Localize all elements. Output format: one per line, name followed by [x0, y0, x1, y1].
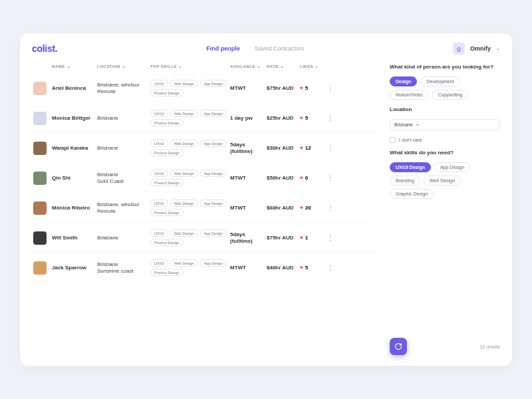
refresh-button[interactable]	[390, 338, 407, 355]
more-icon[interactable]: ⋮	[327, 144, 334, 152]
rate: $40hr AUD	[267, 265, 300, 271]
org-switcher[interactable]: () Omnify ⌄	[453, 43, 500, 55]
avatar	[33, 231, 47, 245]
more-icon[interactable]: ⋮	[327, 234, 334, 241]
more-icon[interactable]: ⋮	[327, 84, 334, 92]
close-icon[interactable]: ×	[416, 122, 419, 127]
availability: 1 day pw	[230, 115, 267, 122]
availability: 5days(fulltime)	[230, 142, 267, 154]
skill-tag: Web Design	[170, 229, 198, 237]
results-count: 12 results	[480, 344, 500, 349]
location-tag: Brisbane	[394, 122, 413, 127]
heart-icon: ♥	[300, 145, 303, 151]
skill-pills: UX/UI DesignApp DesignBrandingWeb Design…	[390, 162, 500, 199]
person-name: Jack Sparrow	[52, 265, 97, 271]
tab-saved-contractors[interactable]: Saved Contractors	[255, 45, 305, 52]
col-skills[interactable]: TOP SKILLS⌄	[150, 64, 230, 69]
skill-tag: Web Design	[170, 259, 198, 267]
skill-pill-web-design[interactable]: Web Design	[424, 176, 461, 186]
skill-tag: App Design	[200, 200, 227, 207]
heart-icon: ♥	[300, 205, 303, 211]
skill-tags: UX/UIWeb DesignApp DesignProduct Design	[150, 229, 230, 246]
more-icon[interactable]: ⋮	[327, 174, 334, 182]
skill-pill-ux-ui-design[interactable]: UX/UI Design	[390, 162, 431, 172]
likes: ♥5	[300, 85, 327, 91]
refresh-icon	[394, 342, 402, 350]
person-location: Brisbane, windsorRemote	[97, 201, 150, 215]
person-location: Brisbane	[97, 145, 150, 152]
table-row[interactable]: Ariel BenincaBrisbane, windsorRemoteUX/U…	[28, 74, 378, 102]
location-input[interactable]: Brisbane ×	[390, 119, 500, 130]
skill-tag: App Design	[200, 170, 227, 177]
person-name: Qin Shi	[52, 175, 97, 181]
kind-pill-development[interactable]: Development	[420, 76, 460, 86]
skill-tags: UX/UIWeb DesignApp DesignProduct Design	[150, 200, 230, 216]
topbar: colist. Find people Saved Contractors ()…	[20, 33, 512, 61]
table-row[interactable]: Qin ShiBrisbaneGold CoastUX/UIWeb Design…	[28, 164, 378, 192]
skill-tag: UX/UI	[150, 140, 168, 147]
skill-tag: UX/UI	[150, 170, 168, 177]
kind-pills: DesignDevelopmentMotion/VideoCopywriting	[390, 76, 500, 100]
checkbox-icon	[390, 137, 396, 143]
skill-tag: Product Design	[150, 269, 184, 276]
rate: $50hr AUD	[267, 175, 300, 181]
skill-pill-graphic-design[interactable]: Graphic Design	[390, 189, 434, 199]
org-avatar: ()	[453, 43, 465, 55]
skill-pill-app-design[interactable]: App Design	[434, 162, 470, 172]
likes: ♥5	[300, 265, 327, 271]
skill-tag: UX/UI	[150, 229, 168, 237]
avatar	[33, 201, 47, 215]
kind-pill-motion-video[interactable]: Motion/Video	[390, 90, 429, 100]
table-row[interactable]: Mónica RibeiroBrisbane, windsorRemoteUX/…	[28, 194, 378, 221]
more-icon[interactable]: ⋮	[327, 264, 334, 271]
person-location: BrisbaneGold Coast	[97, 172, 150, 185]
skill-tag: Product Design	[150, 89, 184, 96]
skill-tags: UX/UIWeb DesignApp DesignProduct Design	[150, 80, 230, 96]
more-icon[interactable]: ⋮	[327, 114, 334, 122]
org-name: Omnify	[470, 45, 491, 52]
table-row[interactable]: Will SmithBriabaneUX/UIWeb DesignApp Des…	[28, 224, 378, 251]
skill-tag: Web Design	[170, 170, 198, 177]
skill-tags: UX/UIWeb DesignApp DesignProduct Design	[150, 140, 230, 156]
col-rate[interactable]: RATE⌄	[267, 64, 300, 69]
kind-pill-copywriting[interactable]: Copywriting	[432, 90, 469, 100]
dont-care-checkbox[interactable]: I don't care	[390, 137, 500, 143]
skill-tag: Product Design	[150, 179, 184, 186]
heart-icon: ♥	[300, 265, 303, 271]
kind-pill-design[interactable]: Design	[390, 76, 417, 86]
body: NAME⌄ LOCATION⌄ TOP SKILLS⌄ AVAILABLE⌄ R…	[20, 61, 512, 366]
avatar	[33, 261, 47, 275]
filter-location-label: Location	[390, 106, 500, 112]
table-row[interactable]: Monica BöttgerBrisbaneUX/UIWeb DesignApp…	[28, 104, 378, 132]
person-location: Brisbane, windsorRemote	[97, 82, 150, 95]
likes: ♥12	[300, 145, 327, 151]
logo: colist.	[32, 43, 57, 54]
heart-icon: ♥	[300, 85, 303, 91]
skill-tag: Product Design	[150, 209, 184, 216]
skill-pill-branding[interactable]: Branding	[390, 176, 420, 186]
tab-find-people[interactable]: Find people	[206, 45, 240, 52]
avatar	[33, 82, 47, 95]
person-location: Briabane	[97, 235, 150, 241]
person-name: Will Smith	[52, 235, 97, 241]
skill-tag: App Design	[200, 229, 227, 237]
filter-q2: What skills do you need?	[390, 150, 500, 156]
app-window: colist. Find people Saved Contractors ()…	[20, 33, 512, 366]
skill-tag: UX/UI	[150, 80, 168, 87]
skill-tag: Product Design	[150, 149, 184, 156]
filter-panel: What kind of person are you looking for?…	[386, 61, 504, 358]
col-likes[interactable]: LIKES⌄	[300, 64, 327, 69]
more-icon[interactable]: ⋮	[327, 204, 334, 211]
table-row[interactable]: Jack SparrowBrisbaneSunshine coastUX/UIW…	[28, 254, 378, 281]
likes: ♥20	[300, 205, 327, 211]
col-location[interactable]: LOCATION⌄	[97, 64, 150, 69]
skill-tags: UX/UIWeb DesignApp DesignProduct Design	[150, 259, 230, 276]
col-name[interactable]: NAME⌄	[52, 64, 97, 69]
avatar	[33, 112, 47, 125]
skill-tag: App Design	[200, 80, 227, 87]
col-available[interactable]: AVAILABLE⌄	[230, 64, 267, 69]
rate: $30hr AUD	[267, 145, 300, 151]
table-row[interactable]: Waiapi KarakaBrisbaneUX/UIWeb DesignApp …	[28, 134, 378, 162]
person-name: Ariel Beninca	[52, 85, 97, 91]
rate: $75hr AUD	[267, 85, 300, 91]
